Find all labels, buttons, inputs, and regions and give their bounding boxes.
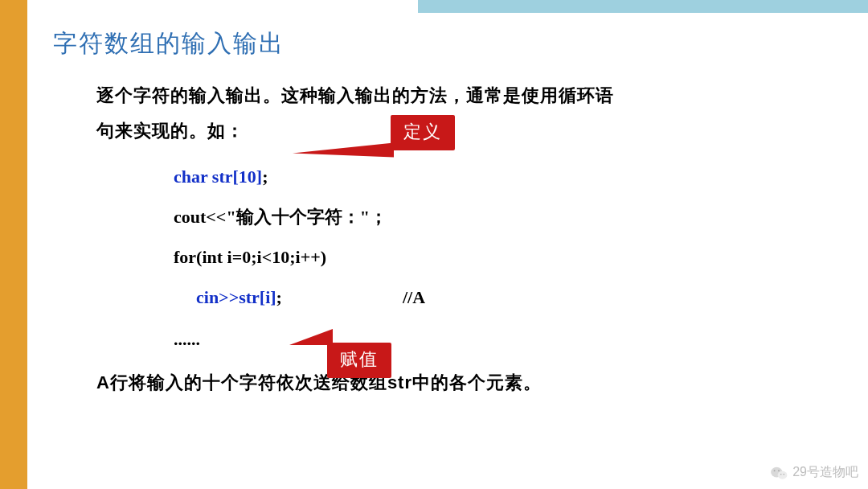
code-line-1: char str[10]; [174,168,842,186]
content-area: 字符数组的输入输出 逐个字符的输入输出。这种输入输出的方法，通常是使用循环语 句… [27,0,868,489]
code-text-cn: 输入十个字符： [236,207,360,227]
svg-point-5 [784,473,785,475]
watermark: 29号造物吧 [770,464,858,481]
intro-line-1: 逐个字符的输入输出。这种输入输出的方法，通常是使用循环语 [53,78,842,113]
left-accent-bar [0,0,27,489]
watermark-text: 29号造物吧 [792,464,858,481]
explanation-text: A行将输入的十个字符依次送给数组str中的各个元素。 [53,371,842,395]
code-line-4: cin>>str[i];//A [174,289,842,306]
callout-definition: 定义 [391,115,455,150]
svg-point-2 [774,470,776,471]
slide-title: 字符数组的输入输出 [53,27,842,60]
code-text: " [360,207,370,227]
svg-point-3 [778,470,780,471]
code-kw: char str[10] [174,166,262,187]
code-comment: //A [403,287,425,307]
code-ellipsis: ...... [53,329,842,350]
pointer-assign [289,329,333,345]
code-block: char str[10]; cout<<"输入十个字符："； for(int i… [53,168,842,306]
callout-assignment: 赋值 [327,343,391,378]
svg-point-4 [780,473,782,475]
code-text: ; [262,166,268,187]
code-text: ； [370,207,387,227]
code-kw: cin>>str[i] [196,287,276,307]
code-line-2: cout<<"输入十个字符："； [174,208,842,226]
code-line-3: for(int i=0;i<10;i++) [174,249,842,266]
wechat-icon [770,466,788,480]
slide: 字符数组的输入输出 逐个字符的输入输出。这种输入输出的方法，通常是使用循环语 句… [0,0,868,489]
code-text: for(int i=0;i<10;i++) [174,247,326,267]
code-text: ; [276,287,282,307]
code-text: cout<< [174,207,226,227]
code-text: " [226,207,235,227]
svg-point-1 [778,471,788,479]
